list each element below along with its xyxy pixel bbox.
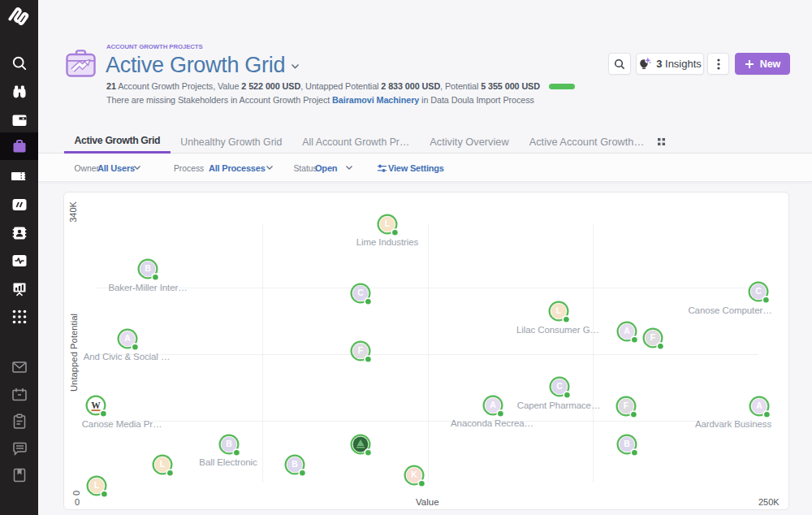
svg-text:C: C	[755, 286, 762, 296]
svg-text:F: F	[357, 345, 363, 355]
svg-text:W: W	[91, 400, 101, 410]
svg-text:A: A	[490, 400, 496, 409]
svg-text:A: A	[124, 333, 131, 343]
svg-text:C: C	[556, 381, 563, 391]
svg-text:A: A	[756, 400, 762, 410]
svg-text:L: L	[93, 480, 99, 490]
svg-text:F: F	[650, 332, 655, 342]
svg-text:B: B	[292, 459, 298, 469]
svg-text:A: A	[624, 326, 630, 335]
svg-text:L: L	[385, 219, 391, 228]
svg-text:B: B	[145, 263, 151, 273]
svg-text:C: C	[357, 288, 364, 297]
svg-text:L: L	[556, 305, 562, 315]
svg-text:B: B	[624, 439, 630, 448]
svg-text:B: B	[226, 439, 232, 448]
svg-text:L: L	[160, 459, 166, 469]
svg-text:K: K	[411, 470, 417, 479]
svg-text:F: F	[624, 400, 629, 410]
